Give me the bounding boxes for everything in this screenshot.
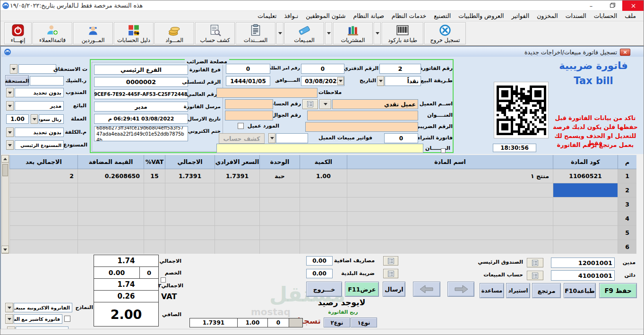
book-no-field[interactable]: 0 (301, 64, 344, 74)
table-cell[interactable]: 1.7391 (215, 169, 259, 183)
currency-combo[interactable]: ريال سعودي (39, 114, 64, 124)
tax-no-field[interactable] (305, 122, 418, 132)
debit-account-browse-button[interactable] (527, 258, 543, 267)
table-cell[interactable] (9, 198, 77, 212)
table-cell[interactable] (144, 240, 165, 254)
invoice-no-field[interactable]: 2 (379, 64, 421, 74)
menu-item[interactable]: العروض والطلبيات (455, 11, 507, 20)
sale-method-combo[interactable]: نقداً (385, 76, 421, 86)
credit-account-browse-button[interactable] (527, 271, 543, 280)
invoice-close-button[interactable]: × (620, 49, 630, 56)
table-cell[interactable]: 15 (144, 169, 165, 183)
notes-field[interactable] (216, 88, 318, 98)
close-button[interactable]: × (622, 0, 644, 11)
menu-item[interactable]: المخزون (533, 11, 562, 20)
view-f11-button[interactable]: عرضF11 (345, 282, 379, 297)
table-cell[interactable] (347, 212, 553, 226)
date-dropdown-arrow[interactable] (337, 77, 344, 85)
tab-type1[interactable]: نوع١ (351, 318, 377, 327)
table-cell[interactable] (347, 226, 553, 240)
table-cell[interactable] (300, 212, 347, 226)
return-button[interactable]: مرتجع (532, 283, 561, 298)
credit-account-field[interactable]: 41001001 (551, 270, 615, 281)
client-name-field[interactable]: عميل نقدي (332, 99, 418, 109)
discount-checkbox[interactable] (161, 277, 166, 283)
table-cell[interactable] (77, 240, 144, 254)
account-no-field[interactable] (225, 99, 273, 109)
table-cell[interactable] (9, 240, 77, 254)
warehouse-dropdown-arrow[interactable] (6, 140, 14, 150)
toolbar-sales-dropdown-arrow[interactable] (325, 22, 332, 44)
due-date-dropdown-arrow[interactable] (10, 64, 17, 74)
scroll-up-button[interactable] (1, 155, 9, 163)
table-cell[interactable] (77, 226, 144, 240)
rep-dropdown-arrow[interactable] (6, 88, 14, 97)
table-cell[interactable] (165, 212, 215, 226)
table-cell[interactable] (9, 183, 77, 198)
order-no-field[interactable]: 0 (226, 64, 270, 74)
table-cell[interactable]: منتج ١ (347, 169, 553, 183)
toolbar-purchases[interactable]: المشتريات (333, 22, 373, 44)
scrollbar-thumb[interactable] (2, 164, 8, 176)
print-f10-button[interactable]: طباعةF10 (564, 283, 596, 298)
table-cell[interactable] (259, 240, 300, 254)
warehouse-combo[interactable]: المستودع الرئيسي (15, 140, 64, 150)
seller-combo[interactable]: مدير (15, 101, 64, 111)
table-cell[interactable] (215, 240, 259, 254)
bayan-checkbox[interactable] (441, 148, 446, 153)
table-cell[interactable] (77, 198, 144, 212)
table-cell[interactable] (144, 198, 165, 212)
table-cell[interactable] (9, 212, 77, 226)
table-cell[interactable]: حبة (259, 169, 300, 183)
discount-pct-field[interactable]: 0 (139, 266, 159, 279)
cheque-no-field[interactable] (30, 76, 64, 86)
table-cell[interactable] (347, 240, 553, 254)
import-button[interactable]: استيراد (506, 283, 530, 298)
menu-item[interactable]: الفواتير (507, 11, 533, 20)
toolbar-exit[interactable]: إنهـــاء (4, 22, 32, 44)
toolbar-documents[interactable]: الســـندات (236, 22, 275, 44)
table-cell[interactable] (144, 212, 165, 226)
cost-center-combo[interactable]: بدون تحديد (15, 128, 64, 137)
currency-dropdown-arrow[interactable] (31, 114, 38, 124)
municipal-tax-browse-button[interactable] (383, 269, 398, 278)
debit-account-field[interactable]: 12001001 (551, 258, 615, 268)
address-field[interactable] (307, 111, 418, 120)
table-cell[interactable] (553, 226, 618, 240)
supplier-is-client-checkbox[interactable] (238, 123, 244, 129)
toolbar-suppliers[interactable]: المــوردين (73, 22, 113, 44)
table-cell[interactable] (9, 226, 77, 240)
purchase-invoice-field[interactable]: 0 (384, 133, 418, 143)
table-cell[interactable] (553, 240, 618, 254)
table-cell[interactable] (259, 226, 300, 240)
client-account-browse-button[interactable] (302, 99, 318, 109)
client-sales-combo[interactable] (276, 133, 308, 143)
table-cell[interactable]: 1.00 (300, 169, 347, 183)
hijri-date-field[interactable]: 1444/01/05 (226, 76, 270, 86)
toolbar-account-statement[interactable]: كشف حساب (195, 22, 235, 44)
next-record-button[interactable] (447, 282, 474, 297)
cashier-combo[interactable]: فاتورة كاشير مع الشعـ (14, 314, 62, 324)
send-button[interactable]: ارسال (383, 282, 405, 297)
menu-item[interactable]: شئون الموظفين (302, 11, 349, 20)
discount-field[interactable]: 0.00 (94, 266, 140, 279)
currency-rate-field[interactable]: 1.00 (6, 114, 29, 124)
table-cell[interactable] (215, 198, 259, 212)
templates-combo[interactable]: الفاتروة الاكترونية مبيعـ (14, 303, 72, 312)
exit-button[interactable]: خـــروج (306, 282, 342, 297)
menu-item[interactable]: التصنيع (430, 11, 455, 20)
table-cell[interactable] (553, 183, 618, 198)
table-cell[interactable] (300, 183, 347, 198)
toolbar-logout[interactable]: تسجيل خروج (424, 22, 466, 44)
menu-item[interactable]: ملف (621, 11, 640, 20)
table-cell[interactable]: 0.2608650 (77, 169, 144, 183)
table-cell[interactable] (215, 226, 259, 240)
table-cell[interactable] (165, 226, 215, 240)
restore-button[interactable] (601, 0, 622, 11)
table-cell[interactable] (347, 198, 553, 212)
table-cell[interactable] (300, 226, 347, 240)
toolbar-sales[interactable]: المبـيعات (284, 22, 324, 44)
table-cell[interactable] (165, 198, 215, 212)
seller-dropdown-arrow[interactable] (6, 101, 14, 111)
table-cell[interactable] (165, 183, 215, 198)
